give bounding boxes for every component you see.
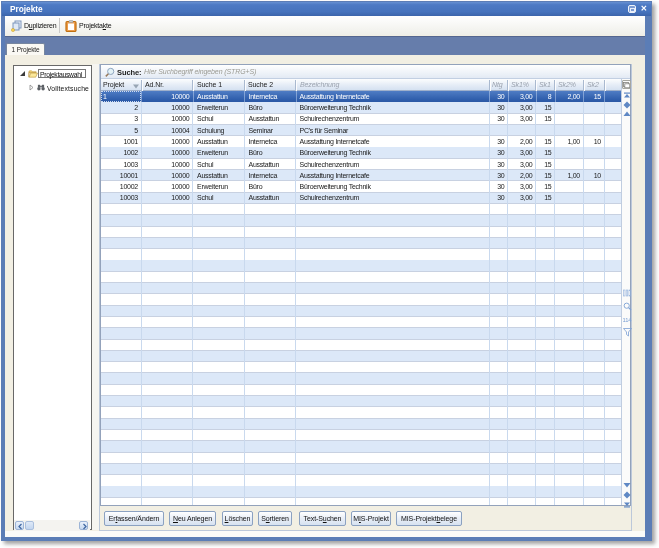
svg-text:114: 114 (623, 316, 632, 322)
